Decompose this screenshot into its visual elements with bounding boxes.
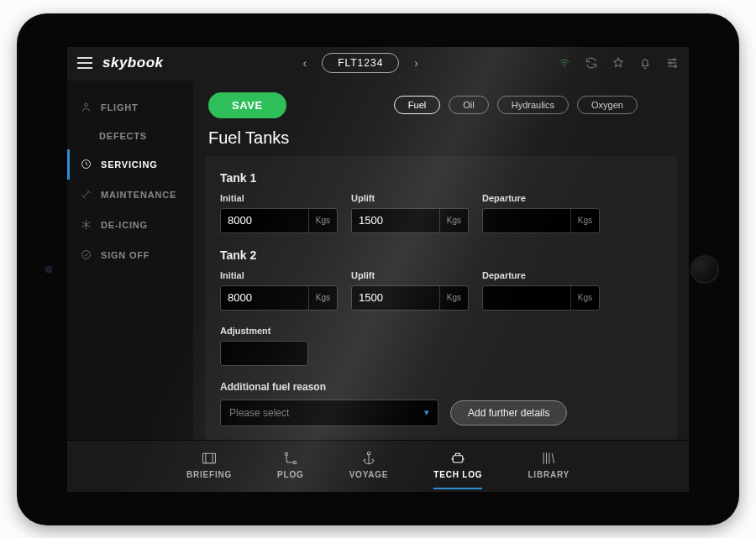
app-body: FLIGHT DEFECTS SERVICING MAINTENANCE DE-… (67, 81, 689, 440)
sidebar: FLIGHT DEFECTS SERVICING MAINTENANCE DE-… (67, 81, 193, 440)
tank-2-fields: Initial Kgs Uplift Kgs (220, 270, 662, 311)
svg-point-2 (669, 62, 672, 65)
home-button[interactable] (690, 255, 719, 284)
action-row: SAVE Fuel Oil Hydraulics Oxygen (193, 81, 689, 127)
svg-point-6 (81, 251, 90, 259)
tab-label: BRIEFING (186, 470, 232, 479)
tank2-initial: Initial Kgs (220, 270, 338, 311)
main-panel: SAVE Fuel Oil Hydraulics Oxygen Fuel Tan… (193, 81, 689, 440)
field-label: Initial (220, 193, 338, 203)
settings-icon[interactable] (665, 56, 679, 70)
books-icon (539, 450, 558, 467)
sidebar-item-label: SERVICING (101, 159, 158, 170)
unit-label: Kgs (439, 209, 468, 232)
top-bar: skybook ‹ FLT1234 › (67, 47, 689, 81)
tank1-initial: Initial Kgs (220, 193, 338, 233)
field-label: Uplift (351, 193, 469, 203)
tank-1-fields: Initial Kgs Uplift Kgs (220, 193, 662, 233)
chip-oxygen[interactable]: Oxygen (577, 96, 638, 114)
svg-point-9 (293, 461, 296, 463)
reason-placeholder: Please select (229, 407, 289, 419)
field-label: Adjustment (220, 326, 338, 336)
svg-point-8 (285, 452, 287, 455)
tab-voyage[interactable]: VOYAGE (349, 450, 389, 483)
sidebar-item-flight[interactable]: FLIGHT (67, 92, 193, 123)
sidebar-item-label: SIGN OFF (101, 250, 150, 260)
flight-navigator: ‹ FLT1234 › (173, 53, 548, 73)
tank-2-title: Tank 2 (220, 248, 662, 262)
field-input-wrap: Kgs (351, 285, 469, 311)
snow-icon (79, 218, 92, 232)
unit-label: Kgs (570, 209, 599, 232)
unit-label: Kgs (308, 286, 337, 310)
sidebar-item-label: DEFECTS (99, 131, 147, 141)
tank2-uplift-input[interactable] (352, 291, 439, 304)
tools-icon (79, 188, 92, 201)
flight-id-pill[interactable]: FLT1234 (322, 53, 399, 73)
tab-techlog[interactable]: TECH LOG (433, 450, 482, 483)
svg-point-0 (564, 66, 564, 67)
svg-point-10 (367, 452, 370, 454)
sidebar-item-signoff[interactable]: SIGN OFF (67, 240, 193, 270)
unit-label: Kgs (308, 209, 337, 232)
field-input-wrap: Kgs (482, 285, 600, 311)
engine-icon (449, 450, 467, 467)
star-icon[interactable] (612, 56, 625, 70)
form-panel: Tank 1 Initial Kgs Uplift (205, 156, 677, 440)
tab-label: LIBRARY (528, 470, 570, 479)
tab-briefing[interactable]: BRIEFING (186, 450, 232, 483)
tab-plog[interactable]: PLOG (277, 450, 304, 483)
add-details-button[interactable]: Add further details (450, 400, 567, 426)
top-icon-row (558, 56, 679, 70)
svg-point-1 (673, 59, 675, 61)
sidebar-item-label: FLIGHT (101, 102, 139, 112)
pilot-icon (79, 101, 92, 114)
tab-label: PLOG (277, 470, 304, 479)
sidebar-item-label: MAINTENANCE (101, 190, 176, 200)
check-circle-icon (79, 248, 92, 262)
section-title: Fuel Tanks (193, 127, 689, 156)
refresh-icon[interactable] (585, 56, 598, 70)
sidebar-item-servicing[interactable]: SERVICING (67, 149, 193, 180)
chevron-down-icon: ▾ (424, 407, 429, 418)
field-input-wrap: Kgs (220, 285, 338, 311)
bottom-tab-bar: BRIEFING PLOG VOYAGE TECH LOG LIBRARY (67, 440, 689, 492)
tank1-departure-input[interactable] (483, 214, 570, 227)
reason-select[interactable]: Please select ▾ (220, 400, 438, 426)
menu-icon[interactable] (77, 57, 92, 69)
sidebar-item-maintenance[interactable]: MAINTENANCE (67, 180, 193, 210)
route-icon (281, 450, 300, 467)
bell-icon[interactable] (638, 56, 652, 70)
tab-library[interactable]: LIBRARY (528, 450, 570, 483)
wifi-icon[interactable] (558, 56, 571, 70)
next-flight-chevron[interactable]: › (409, 56, 423, 70)
svg-point-4 (84, 103, 87, 107)
save-button[interactable]: SAVE (208, 92, 286, 118)
tank2-departure-input[interactable] (483, 291, 570, 304)
adjustment-input[interactable] (221, 347, 307, 359)
svg-rect-7 (203, 453, 216, 463)
tank1-departure: Departure Kgs (482, 193, 600, 233)
tank1-uplift: Uplift Kgs (351, 193, 469, 233)
category-chips: Fuel Oil Hydraulics Oxygen (394, 96, 638, 114)
chip-hydraulics[interactable]: Hydraulics (497, 96, 569, 114)
app-shell: skybook ‹ FLT1234 › FLIGHT (67, 47, 689, 492)
reason-label: Additional fuel reason (220, 381, 662, 393)
field-input-wrap: Kgs (351, 208, 469, 233)
tank1-initial-input[interactable] (221, 214, 308, 227)
tank-1-title: Tank 1 (220, 171, 662, 185)
sidebar-item-deicing[interactable]: DE-ICING (67, 210, 193, 240)
tank1-uplift-input[interactable] (352, 214, 439, 227)
map-icon (200, 450, 218, 467)
unit-label: Kgs (439, 286, 468, 310)
sidebar-item-defects[interactable]: DEFECTS (67, 123, 193, 149)
field-input-wrap: Kgs (482, 208, 600, 233)
field-label: Uplift (351, 270, 469, 280)
sidebar-item-label: DE-ICING (101, 220, 148, 230)
prev-flight-chevron[interactable]: ‹ (298, 56, 312, 70)
clock-icon (79, 158, 92, 171)
tank2-initial-input[interactable] (221, 291, 308, 304)
chip-oil[interactable]: Oil (449, 96, 488, 114)
adjustment-field: Adjustment (220, 326, 338, 366)
chip-fuel[interactable]: Fuel (394, 96, 440, 114)
